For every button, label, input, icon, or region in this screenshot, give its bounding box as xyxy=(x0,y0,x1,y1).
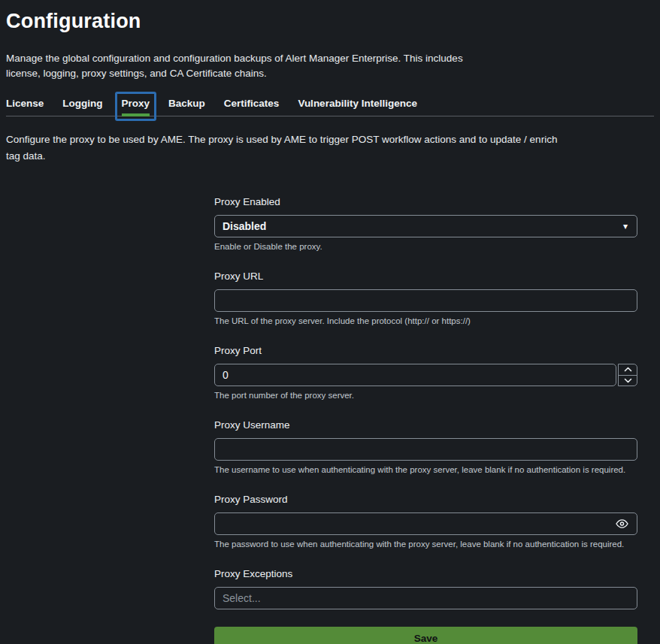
tab-license[interactable]: License xyxy=(6,98,44,116)
save-button[interactable]: Save xyxy=(214,627,637,644)
proxy-enabled-label: Proxy Enabled xyxy=(214,196,637,207)
tab-certificates[interactable]: Certificates xyxy=(224,98,280,116)
field-proxy-password: Proxy Password The password to use when … xyxy=(214,494,637,549)
proxy-password-wrap xyxy=(214,512,637,535)
proxy-url-help: The URL of the proxy server. Include the… xyxy=(214,316,637,325)
eye-icon xyxy=(615,519,629,529)
proxy-enabled-value: Disabled xyxy=(223,220,266,232)
proxy-exceptions-label: Proxy Exceptions xyxy=(214,568,637,579)
reveal-password-button[interactable] xyxy=(613,517,631,531)
proxy-enabled-help: Enable or Disable the proxy. xyxy=(214,242,637,251)
tab-logging[interactable]: Logging xyxy=(62,98,102,116)
proxy-username-help: The username to use when authenticating … xyxy=(214,465,637,474)
proxy-password-help: The password to use when authenticating … xyxy=(214,540,637,549)
field-proxy-port: Proxy Port The port number of the proxy … xyxy=(214,345,637,400)
configuration-page: Configuration Manage the global configur… xyxy=(0,0,660,644)
proxy-panel-description: Configure the proxy to be used by AME. T… xyxy=(6,132,566,165)
chevron-up-icon xyxy=(624,367,632,372)
proxy-enabled-select[interactable]: Disabled ▾ xyxy=(214,215,637,237)
page-description: Manage the global configuration and conf… xyxy=(6,51,495,81)
spinner-up-button[interactable] xyxy=(619,364,637,375)
proxy-port-row xyxy=(214,364,637,386)
tab-bar: License Logging Proxy Backup Certificate… xyxy=(6,98,654,116)
proxy-password-label: Proxy Password xyxy=(214,494,637,505)
chevron-down-icon: ▾ xyxy=(623,222,629,231)
proxy-form: Proxy Enabled Disabled ▾ Enable or Disab… xyxy=(214,196,637,644)
field-proxy-url: Proxy URL The URL of the proxy server. I… xyxy=(214,271,637,325)
proxy-port-input[interactable] xyxy=(214,364,616,386)
tab-backup[interactable]: Backup xyxy=(168,98,205,116)
page-title: Configuration xyxy=(6,0,654,33)
proxy-port-help: The port number of the proxy server. xyxy=(214,391,637,400)
proxy-password-input[interactable] xyxy=(214,512,637,535)
proxy-username-label: Proxy Username xyxy=(214,419,637,431)
tab-proxy[interactable]: Proxy xyxy=(115,92,157,121)
field-proxy-enabled: Proxy Enabled Disabled ▾ Enable or Disab… xyxy=(214,196,637,251)
proxy-url-label: Proxy URL xyxy=(214,271,637,282)
field-proxy-exceptions: Proxy Exceptions xyxy=(214,568,637,609)
spinner-down-button[interactable] xyxy=(619,375,637,386)
proxy-url-input[interactable] xyxy=(214,289,637,312)
proxy-username-input[interactable] xyxy=(214,438,637,461)
proxy-port-spinner xyxy=(618,364,637,386)
tab-vulnerability-intelligence[interactable]: Vulnerability Intelligence xyxy=(298,98,417,116)
proxy-exceptions-input[interactable] xyxy=(214,587,637,609)
proxy-port-label: Proxy Port xyxy=(214,345,637,356)
field-proxy-username: Proxy Username The username to use when … xyxy=(214,419,637,474)
chevron-down-icon xyxy=(624,378,632,383)
